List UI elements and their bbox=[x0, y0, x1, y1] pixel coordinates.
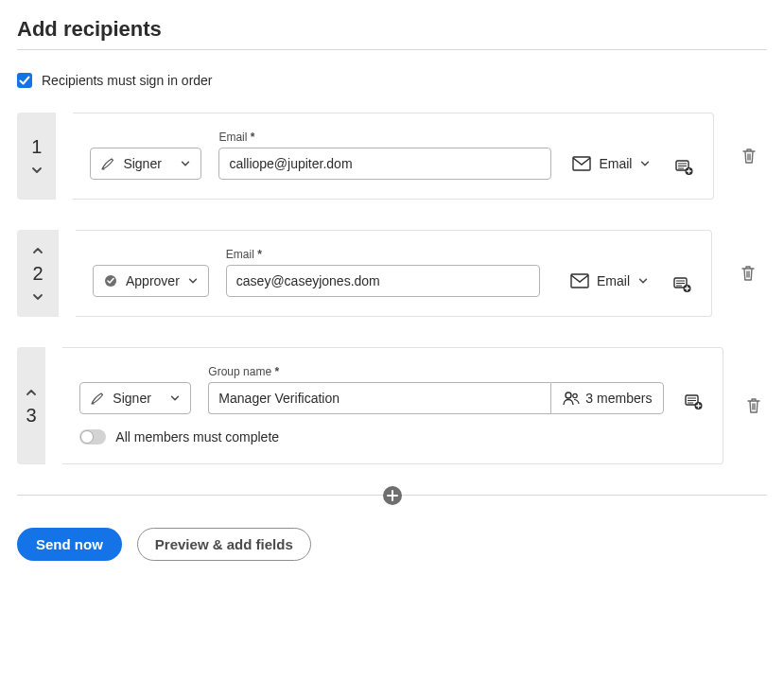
email-field[interactable] bbox=[226, 265, 540, 297]
recipient-card: Signer Group name * bbox=[62, 347, 723, 464]
footer-actions: Send now Preview & add fields bbox=[17, 528, 767, 561]
order-column: 2 bbox=[17, 230, 59, 317]
message-plus-icon bbox=[672, 275, 691, 294]
chevron-down-icon bbox=[187, 275, 199, 287]
pen-icon bbox=[100, 156, 115, 171]
delivery-method-label: Email bbox=[599, 156, 632, 171]
plus-icon bbox=[387, 490, 398, 501]
delete-recipient-button[interactable] bbox=[737, 144, 761, 168]
recipient-row: 1 Signer Email * bbox=[17, 113, 767, 200]
message-plus-icon bbox=[674, 158, 693, 177]
add-message-button[interactable] bbox=[670, 272, 694, 297]
email-field-label: Email * bbox=[226, 248, 549, 261]
email-field-label: Email * bbox=[218, 131, 551, 144]
trash-icon bbox=[739, 264, 758, 283]
role-label: Approver bbox=[126, 273, 180, 288]
svg-rect-0 bbox=[573, 157, 590, 170]
role-label: Signer bbox=[113, 391, 150, 406]
all-members-toggle-label: All members must complete bbox=[115, 429, 279, 445]
role-label: Signer bbox=[123, 156, 161, 171]
delivery-method-select[interactable]: Email bbox=[568, 148, 654, 180]
check-icon bbox=[19, 75, 30, 86]
pen-icon bbox=[90, 391, 105, 406]
email-field[interactable] bbox=[218, 148, 551, 180]
members-button[interactable]: 3 members bbox=[550, 382, 664, 414]
move-up-button[interactable] bbox=[25, 386, 38, 399]
recipient-card: Signer Email * Email bbox=[73, 113, 714, 200]
delivery-method-label: Email bbox=[597, 273, 630, 288]
add-message-button[interactable] bbox=[671, 155, 696, 180]
recipient-row: 3 Signer Group name * bbox=[17, 347, 767, 464]
recipient-card: Approver Email * Email bbox=[76, 230, 712, 317]
sign-order-checkbox[interactable] bbox=[17, 73, 32, 88]
chevron-down-icon bbox=[30, 164, 44, 177]
mail-icon bbox=[570, 273, 589, 288]
members-icon bbox=[563, 391, 580, 406]
order-number: 3 bbox=[26, 405, 37, 427]
preview-add-fields-button[interactable]: Preview & add fields bbox=[137, 528, 311, 561]
chevron-down-icon bbox=[639, 158, 651, 169]
toggle-knob bbox=[80, 430, 94, 444]
svg-point-8 bbox=[573, 393, 577, 397]
page-title: Add recipients bbox=[17, 17, 767, 42]
chevron-down-icon bbox=[31, 290, 44, 304]
sign-order-label: Recipients must sign in order bbox=[42, 73, 213, 88]
chevron-up-icon bbox=[31, 244, 44, 257]
chevron-down-icon bbox=[180, 158, 191, 169]
role-select[interactable]: Signer bbox=[90, 148, 201, 180]
all-members-toggle[interactable] bbox=[79, 429, 106, 445]
message-plus-icon bbox=[684, 392, 703, 411]
trash-icon bbox=[744, 396, 763, 415]
move-down-button[interactable] bbox=[31, 290, 44, 304]
approve-icon bbox=[103, 273, 118, 288]
move-up-button[interactable] bbox=[31, 244, 44, 257]
chevron-down-icon bbox=[637, 275, 649, 287]
svg-rect-4 bbox=[571, 274, 588, 288]
order-number: 1 bbox=[31, 136, 42, 158]
mail-icon bbox=[572, 156, 591, 171]
sign-order-row: Recipients must sign in order bbox=[17, 73, 767, 88]
group-name-field[interactable] bbox=[208, 382, 550, 414]
delete-recipient-button[interactable] bbox=[736, 261, 760, 286]
delete-recipient-button[interactable] bbox=[741, 393, 766, 418]
chevron-up-icon bbox=[25, 386, 38, 399]
add-message-button[interactable] bbox=[681, 390, 706, 414]
recipient-row: 2 Approver Email * bbox=[17, 230, 767, 317]
role-select[interactable]: Approver bbox=[93, 265, 209, 297]
move-down-button[interactable] bbox=[30, 164, 44, 177]
send-now-button[interactable]: Send now bbox=[17, 528, 122, 561]
order-column: 3 bbox=[17, 347, 45, 464]
svg-point-7 bbox=[566, 392, 571, 398]
order-column: 1 bbox=[17, 113, 56, 200]
chevron-down-icon bbox=[169, 392, 181, 404]
trash-icon bbox=[740, 147, 758, 166]
add-recipient-button[interactable] bbox=[383, 486, 402, 505]
title-divider bbox=[17, 49, 767, 50]
order-number: 2 bbox=[32, 263, 43, 285]
delivery-method-select[interactable]: Email bbox=[566, 265, 653, 297]
members-label: 3 members bbox=[585, 391, 652, 406]
add-recipient-divider bbox=[17, 495, 767, 496]
role-select[interactable]: Signer bbox=[79, 382, 191, 414]
all-members-toggle-row: All members must complete bbox=[79, 429, 706, 445]
group-name-label: Group name * bbox=[208, 365, 664, 378]
